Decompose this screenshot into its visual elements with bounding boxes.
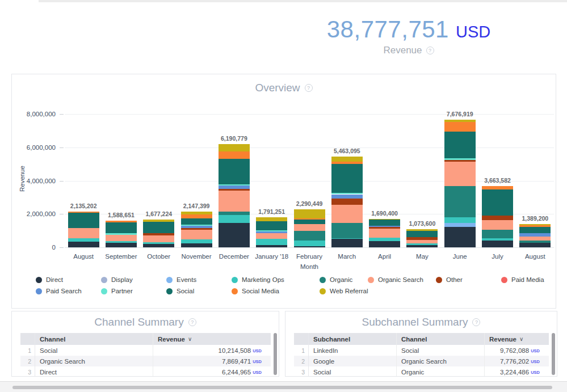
bar-segment-direct[interactable] [331,239,363,247]
bar-segment-direct[interactable] [519,243,551,248]
bar-segment-partner[interactable] [444,158,476,160]
help-icon[interactable]: ? [426,47,434,54]
bar-segment-social-media[interactable] [482,186,513,189]
bar-segment-direct[interactable] [143,244,174,247]
legend-item-paid-media[interactable]: Paid Media [501,276,544,283]
bar-segment-social[interactable] [143,222,174,233]
bar-segment-social-media[interactable] [519,225,551,227]
bar-segment-organic-search[interactable] [143,235,174,242]
bar-segment-marketing-ops[interactable] [181,239,212,243]
stacked-bar-april[interactable] [369,114,400,247]
bar-segment-organic[interactable] [294,231,325,241]
bar-segment-marketing-ops[interactable] [68,238,99,242]
bar-segment-social[interactable] [294,220,325,224]
bar-segment-social[interactable] [406,231,438,238]
bar-segment-organic-search[interactable] [68,228,99,239]
table-row[interactable]: 3SocialOrganic3,224,486USD [294,366,549,377]
table-row[interactable]: 2GoogleOrganic Search7,776,202USD [294,356,549,366]
bar-segment-direct[interactable] [68,242,99,247]
bar-segment-partner[interactable] [219,184,250,186]
horizontal-scrollbar[interactable] [12,386,552,389]
bar-segment-other[interactable] [406,237,438,240]
bar-segment-web-referral[interactable] [406,229,438,230]
bar-segment-social-media[interactable] [219,151,250,159]
bar-segment-marketing-ops[interactable] [106,241,137,243]
stacked-bar-september[interactable] [106,114,137,247]
bar-segment-web-referral[interactable] [143,220,174,222]
legend-item-social[interactable]: Social [166,288,232,294]
bar-segment-paid-search[interactable] [256,231,287,233]
legend-item-partner[interactable]: Partner [101,288,166,294]
table-row[interactable]: 2Organic Search7,869,471USD [20,356,271,366]
bar-segment-organic-search[interactable] [181,230,212,239]
bar-segment-social[interactable] [106,222,137,234]
bar-segment-social[interactable] [444,132,476,158]
bar-segment-other[interactable] [143,233,174,235]
bar-segment-social[interactable] [482,189,513,215]
legend-item-marketing-ops[interactable]: Marketing Ops [232,276,320,283]
bar-segment-social[interactable] [519,227,551,233]
table-row[interactable]: 3Direct6,244,965USD [20,366,271,377]
bar-segment-organic[interactable] [331,223,363,238]
bar-segment-paid-search[interactable] [219,186,250,189]
column-header-revenue[interactable]: Revenue∨ [485,333,549,345]
bar-segment-marketing-ops[interactable] [444,217,476,223]
bar-segment-other[interactable] [369,227,400,229]
bar-segment-marketing-ops[interactable] [482,238,513,241]
bar-segment-social-media[interactable] [331,162,363,164]
legend-item-social-media[interactable]: Social Media [232,288,320,294]
stacked-bar-august[interactable] [519,114,551,247]
bar-segment-other[interactable] [331,199,363,204]
bar-segment-marketing-ops[interactable] [369,238,400,241]
bar-segment-social[interactable] [331,164,363,193]
bar-segment-social[interactable] [181,218,212,225]
stacked-bar-march[interactable] [331,114,363,247]
bar-segment-direct[interactable] [181,243,212,247]
stacked-bar-november[interactable] [181,114,212,247]
column-header-subchannel[interactable]: Subchannel [309,333,397,345]
stacked-bar-december[interactable] [219,114,250,247]
bar-segment-social-media[interactable] [181,214,212,218]
legend-item-events[interactable]: Events [166,276,232,283]
bar-segment-direct[interactable] [406,245,438,247]
bar-segment-direct[interactable] [106,243,137,248]
bar-segment-social-media[interactable] [294,218,325,220]
bar-segment-paid-search[interactable] [519,233,551,237]
bar-segment-direct[interactable] [294,246,325,247]
legend-item-web-referral[interactable]: Web Referral [320,288,368,294]
help-icon[interactable]: ? [305,84,313,92]
bar-segment-direct[interactable] [369,241,400,247]
bar-segment-marketing-ops[interactable] [143,242,174,244]
bar-segment-other[interactable] [181,228,212,230]
bar-segment-marketing-ops[interactable] [331,238,363,239]
bar-segment-organic-search[interactable] [519,237,551,241]
column-header-channel[interactable]: Channel [397,333,485,345]
bar-segment-organic-search[interactable] [294,224,325,231]
bar-segment-web-referral[interactable] [256,217,287,221]
bar-segment-organic[interactable] [444,186,476,217]
bar-segment-web-referral[interactable] [331,157,363,162]
legend-item-display[interactable]: Display [101,276,166,283]
bar-segment-web-referral[interactable] [519,224,551,225]
legend-item-direct[interactable]: Direct [36,276,101,283]
bar-segment-social-media[interactable] [106,221,137,222]
column-header-revenue[interactable]: Revenue∨ [153,333,271,345]
legend-item-organic[interactable]: Organic [320,276,368,283]
bar-segment-organic[interactable] [519,241,551,242]
bar-segment-marketing-ops[interactable] [294,241,325,246]
bar-segment-organic-search[interactable] [369,229,400,237]
bar-segment-web-referral[interactable] [444,120,476,123]
sort-descending-icon[interactable]: ∨ [519,336,523,342]
table-row[interactable]: 1Social10,214,508USD [20,345,271,356]
sort-descending-icon[interactable]: ∨ [188,336,192,342]
bar-segment-social[interactable] [256,221,287,231]
bar-segment-partner[interactable] [331,193,363,194]
bar-segment-web-referral[interactable] [369,219,400,220]
bar-segment-social-media[interactable] [444,122,476,132]
bar-segment-organic[interactable] [482,230,513,238]
bar-segment-partner[interactable] [256,230,287,231]
bar-segment-organic-search[interactable] [256,233,287,239]
bar-segment-social[interactable] [219,159,250,184]
bar-segment-paid-search[interactable] [331,195,363,199]
bar-segment-events[interactable] [444,223,476,227]
